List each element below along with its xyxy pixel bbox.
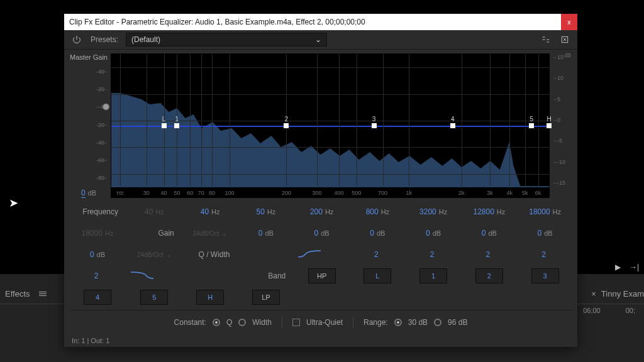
effects-panel-label[interactable]: Effects: [5, 289, 30, 299]
eq-handle-H[interactable]: [547, 123, 552, 128]
band-5-gain[interactable]: 0dB: [519, 226, 571, 241]
x-tick-label: 50: [174, 190, 180, 196]
dialog-toolbar: Presets: (Default) ⌄: [64, 30, 577, 50]
band-2-q[interactable]: 2: [408, 247, 460, 262]
eq-handle-2[interactable]: [284, 123, 289, 128]
eq-handle-L[interactable]: [162, 123, 167, 128]
eq-handle-label: 5: [530, 116, 533, 123]
radio-96db[interactable]: [434, 319, 441, 326]
radio-width-label: Width: [252, 318, 272, 327]
band-4-button[interactable]: 4: [70, 290, 125, 305]
ultraquiet-checkbox[interactable]: [292, 319, 300, 326]
presets-label: Presets:: [91, 35, 118, 44]
row-label-gain: Gain: [128, 226, 180, 241]
x-tick-label: 30: [143, 190, 150, 196]
right-db-axis: dB 151050-5-10-15: [553, 53, 571, 198]
x-tick-label: 3k: [487, 190, 493, 196]
eq-handle-1[interactable]: [174, 123, 179, 128]
lp-slope-select[interactable]: 24dB/Oct⌄: [128, 247, 180, 262]
hp-band-button[interactable]: HP: [296, 268, 348, 283]
band-H-button[interactable]: H: [184, 290, 236, 305]
x-tick-label: 80: [209, 190, 215, 196]
band-5-button[interactable]: 5: [128, 290, 180, 305]
band-4-q[interactable]: 2: [519, 247, 571, 262]
band-4-gain[interactable]: 0dB: [464, 226, 516, 241]
x-tick-label: 70: [198, 190, 204, 196]
power-toggle[interactable]: [70, 33, 83, 46]
band-6-frequency[interactable]: 18000Hz: [519, 204, 571, 219]
radio-q[interactable]: [213, 319, 220, 326]
band-4-frequency[interactable]: 3200Hz: [408, 204, 460, 219]
master-gain-value[interactable]: 0: [81, 189, 86, 198]
band-1-button[interactable]: 1: [408, 268, 460, 283]
x-tick-label: 200: [282, 190, 291, 196]
hp-slope-select[interactable]: 24dB/Oct⌄: [184, 226, 236, 241]
band-3-q[interactable]: 2: [464, 247, 516, 262]
band-3-frequency[interactable]: 800Hz: [352, 204, 404, 219]
band-2-frequency[interactable]: 200Hz: [296, 204, 348, 219]
chevron-down-icon: ⌄: [315, 35, 321, 44]
band-H-shape[interactable]: [128, 268, 156, 282]
band-5-q[interactable]: 2: [70, 268, 125, 283]
band-1-gain[interactable]: 0dB: [296, 226, 348, 241]
close-icon[interactable]: ×: [591, 289, 596, 299]
band-parameter-grid: Frequency40Hz40Hz50Hz200Hz800Hz3200Hz128…: [64, 200, 577, 306]
timecode-1: 06;00: [583, 307, 601, 314]
eq-handle-3[interactable]: [372, 123, 377, 128]
eq-handle-5[interactable]: [529, 123, 534, 128]
titlebar[interactable]: Clip Fx Editor - Parametric Equalizer: A…: [64, 14, 577, 30]
row-label-q: Q / Width: [184, 247, 236, 262]
band-1-frequency[interactable]: 50Hz: [240, 204, 292, 219]
eq-handle-label: 3: [372, 116, 376, 123]
menu-icon[interactable]: [39, 290, 47, 297]
timecode-2: 00;: [626, 307, 635, 314]
eq-handle-4[interactable]: [450, 123, 455, 128]
eq-handle-label: H: [547, 116, 551, 123]
x-tick-label: 400: [334, 190, 343, 196]
close-button[interactable]: x: [561, 14, 577, 30]
x-tick-label: 40: [161, 190, 167, 196]
x-tick-label: 700: [378, 190, 387, 196]
ultraquiet-label: Ultra-Quiet: [306, 318, 343, 327]
eq-handle-label: 2: [285, 116, 289, 123]
hp-frequency: 40Hz: [128, 204, 180, 219]
row-label-band: Band: [240, 268, 292, 283]
next-icon[interactable]: →|: [630, 263, 639, 272]
eq-handle-label: L: [162, 116, 166, 123]
band-0-gain[interactable]: 0dB: [240, 226, 292, 241]
band-L-shape[interactable]: [296, 247, 323, 261]
tab-label: Tinny Exam: [601, 289, 644, 299]
eq-graph[interactable]: Hz3040506070801002003004005007001k2k3k4k…: [111, 53, 550, 198]
play-icon[interactable]: ▶: [615, 263, 621, 272]
mouse-cursor-icon: ➤: [9, 196, 18, 210]
master-gain-unit: dB: [88, 189, 96, 197]
axis-unit: dB: [564, 52, 571, 58]
radio-30db[interactable]: [394, 319, 402, 326]
sidechain-icon[interactable]: [540, 33, 552, 46]
undock-icon[interactable]: [558, 33, 571, 46]
preset-select[interactable]: (Default) ⌄: [126, 33, 327, 47]
band-2-button[interactable]: 2: [464, 268, 516, 283]
eq-handle-label: 4: [451, 116, 455, 123]
band-0-frequency[interactable]: 40Hz: [184, 204, 236, 219]
band-5-frequency[interactable]: 12800Hz: [464, 204, 516, 219]
band-L-button[interactable]: L: [352, 268, 404, 283]
band-1-q[interactable]: 2: [352, 247, 404, 262]
band-3-button[interactable]: 3: [519, 268, 571, 283]
lp-band-button[interactable]: LP: [240, 290, 292, 305]
lp-frequency: 18000Hz: [70, 226, 125, 241]
constant-label: Constant:: [174, 318, 206, 327]
radio-30db-label: 30 dB: [408, 318, 428, 327]
preset-value: (Default): [131, 35, 160, 44]
radio-width[interactable]: [238, 319, 246, 326]
sequence-tab[interactable]: × Tinny Exam: [591, 289, 644, 299]
row-label-frequency: Frequency: [70, 204, 125, 219]
status-bar: In: 1 | Out: 1: [64, 334, 577, 347]
band-2-gain[interactable]: 0dB: [352, 226, 404, 241]
band-3-gain[interactable]: 0dB: [408, 226, 460, 241]
master-gain-slider[interactable]: 40200-20-40-60-80: [70, 65, 107, 185]
band-6-gain[interactable]: 0dB: [70, 247, 125, 262]
master-gain-knob[interactable]: [103, 104, 109, 111]
eq-handle-label: 1: [175, 116, 179, 123]
x-tick-label: 60: [187, 190, 193, 196]
